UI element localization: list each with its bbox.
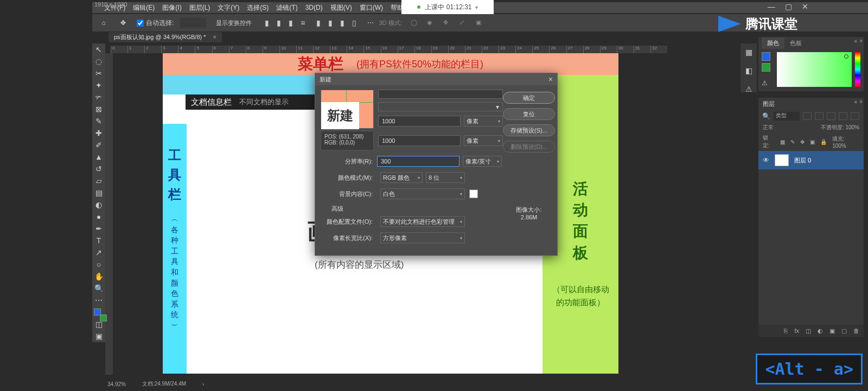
hue-slider[interactable] bbox=[855, 52, 860, 87]
3d-pan-icon[interactable]: ✥ bbox=[443, 19, 451, 27]
doc-size-info[interactable]: 文档:24.9M/24.4M bbox=[142, 380, 186, 388]
healing-tool[interactable]: ✚ bbox=[93, 127, 105, 139]
type-tool[interactable]: T bbox=[93, 235, 105, 247]
path-select-tool[interactable]: ↗ bbox=[93, 247, 105, 258]
lock-trans-icon[interactable]: ▦ bbox=[780, 139, 785, 145]
fx-icon[interactable]: fx bbox=[794, 327, 799, 334]
pen-tool[interactable]: ✒ bbox=[93, 223, 105, 235]
align-right-icon[interactable]: ▮ bbox=[289, 18, 293, 27]
auto-select-input[interactable] bbox=[137, 20, 144, 27]
zoom-level[interactable]: 34.92% bbox=[107, 381, 126, 387]
shape-tool[interactable]: ○ bbox=[93, 258, 105, 270]
dialog-titlebar[interactable]: 新建 × bbox=[315, 73, 557, 85]
ok-button[interactable]: 确定 bbox=[503, 92, 555, 104]
align-left-icon[interactable]: ▮ bbox=[265, 18, 269, 27]
menu-3d[interactable]: 3D(D) bbox=[305, 4, 323, 11]
adjustment-icon[interactable]: ◐ bbox=[818, 327, 823, 335]
panel-close-icon[interactable]: × bbox=[859, 38, 863, 44]
filter-smart-icon[interactable] bbox=[851, 112, 859, 120]
panel-collapse-icon[interactable]: « bbox=[854, 99, 858, 105]
status-chevron-icon[interactable]: › bbox=[202, 381, 204, 387]
frame-tool[interactable]: ⊠ bbox=[93, 103, 105, 115]
menu-layer[interactable]: 图层(L) bbox=[189, 3, 210, 12]
fg-swatch[interactable] bbox=[762, 52, 770, 61]
filter-pixel-icon[interactable] bbox=[803, 112, 812, 120]
history-panel-icon[interactable]: ▦ bbox=[745, 48, 752, 56]
filter-shape-icon[interactable] bbox=[839, 112, 847, 120]
profile-select[interactable]: 不要对此文档进行色彩管理▾ bbox=[380, 216, 465, 227]
height-input[interactable] bbox=[378, 135, 461, 146]
hand-tool[interactable]: ✋ bbox=[93, 270, 105, 282]
auto-select-mode-select[interactable] bbox=[180, 18, 206, 28]
align-hcenter-icon[interactable]: ▮ bbox=[277, 18, 281, 27]
panel-close-icon[interactable]: × bbox=[859, 99, 863, 105]
menu-view[interactable]: 视图(V) bbox=[330, 3, 352, 12]
lock-image-icon[interactable]: ✎ bbox=[790, 139, 795, 145]
minimize-icon[interactable]: — bbox=[768, 2, 775, 11]
warn-panel-icon[interactable]: ⚠ bbox=[745, 85, 752, 93]
resolution-input[interactable] bbox=[377, 156, 459, 167]
properties-panel-icon[interactable]: ◧ bbox=[745, 66, 752, 75]
3d-roll-icon[interactable]: ◉ bbox=[427, 19, 435, 27]
align-justify-icon[interactable]: ≡ bbox=[301, 18, 305, 27]
delete-layer-icon[interactable]: 🗑 bbox=[853, 327, 859, 334]
aspect-select[interactable]: 方形像素▾ bbox=[380, 232, 465, 243]
filter-type-icon[interactable] bbox=[827, 112, 835, 120]
class-status-tab[interactable]: 上课中 01:12:31 ▾ bbox=[401, 0, 494, 14]
lock-all-icon[interactable]: 🔒 bbox=[820, 139, 827, 145]
3d-slide-icon[interactable]: ⤢ bbox=[459, 19, 467, 27]
3d-orbit-icon[interactable]: ◯ bbox=[411, 19, 418, 27]
panel-collapse-icon[interactable]: « bbox=[854, 38, 858, 44]
3d-camera-icon[interactable]: ▣ bbox=[476, 19, 483, 27]
move-tool[interactable]: ↖ bbox=[93, 43, 105, 55]
bg-swatch[interactable] bbox=[762, 63, 770, 72]
document-tab[interactable]: ps面板认知.jpg @ 34.9%(RGB/8) * × bbox=[108, 32, 222, 42]
screenmode-tool[interactable]: ▣ bbox=[93, 330, 105, 342]
auto-select-checkbox[interactable]: 自动选择: bbox=[137, 18, 174, 28]
preset-select[interactable]: ▾ bbox=[378, 102, 503, 111]
blur-tool[interactable]: ◐ bbox=[93, 199, 105, 211]
color-swatch[interactable] bbox=[94, 308, 104, 318]
menu-type[interactable]: 文字(Y) bbox=[218, 3, 239, 12]
search-icon[interactable]: 🔍 bbox=[762, 112, 770, 121]
marquee-tool[interactable]: ◌ bbox=[93, 55, 105, 67]
menu-window[interactable]: 窗口(W) bbox=[360, 3, 383, 12]
bit-depth-select[interactable]: 8 位▾ bbox=[426, 172, 465, 183]
swatches-tab[interactable]: 色板 bbox=[784, 37, 807, 49]
blend-mode-select[interactable]: 正常 bbox=[763, 124, 774, 131]
align-bottom-icon[interactable]: ▮ bbox=[340, 18, 344, 27]
dialog-close-icon[interactable]: × bbox=[548, 75, 553, 84]
history-brush-tool[interactable]: ↺ bbox=[93, 163, 105, 175]
link-layers-icon[interactable]: ⎘ bbox=[784, 327, 788, 334]
filter-adjust-icon[interactable] bbox=[815, 112, 824, 120]
visibility-icon[interactable]: 👁 bbox=[763, 156, 769, 164]
group-icon[interactable]: ▣ bbox=[829, 327, 835, 335]
brush-tool[interactable]: ✐ bbox=[93, 139, 105, 151]
home-icon[interactable]: ⌂ bbox=[98, 17, 110, 29]
dodge-tool[interactable]: ● bbox=[93, 211, 105, 223]
bg-content-select[interactable]: 白色▾ bbox=[380, 188, 465, 199]
show-transform-label[interactable]: 显示变换控件 bbox=[216, 19, 252, 27]
new-layer-icon[interactable]: ▢ bbox=[841, 327, 847, 335]
layer-thumbnail[interactable] bbox=[775, 154, 789, 166]
menu-image[interactable]: 图像(I) bbox=[162, 3, 181, 12]
mask-icon[interactable]: ◫ bbox=[806, 327, 811, 335]
move-tool-icon[interactable]: ✥ bbox=[117, 17, 129, 29]
eraser-tool[interactable]: ▱ bbox=[93, 175, 105, 187]
edit-toolbar[interactable]: ⋯ bbox=[93, 294, 105, 306]
width-unit-select[interactable]: 像素▾ bbox=[464, 116, 503, 127]
doc-name-input[interactable] bbox=[378, 90, 503, 99]
lasso-tool[interactable]: ✂ bbox=[93, 67, 105, 79]
menu-select[interactable]: 选择(S) bbox=[247, 3, 269, 12]
color-tab[interactable]: 颜色 bbox=[762, 37, 784, 49]
bg-color-swatch[interactable] bbox=[469, 190, 478, 198]
align-vcenter-icon[interactable]: ▮ bbox=[328, 18, 333, 27]
zoom-tool[interactable]: 🔍 bbox=[93, 282, 105, 294]
crop-tool[interactable]: ✃ bbox=[93, 91, 105, 103]
stamp-tool[interactable]: ▲ bbox=[93, 151, 105, 163]
maximize-icon[interactable]: ▢ bbox=[785, 2, 792, 11]
foreground-color[interactable] bbox=[94, 308, 101, 316]
color-field[interactable] bbox=[777, 52, 852, 87]
save-preset-button[interactable]: 存储预设(S)... bbox=[503, 124, 555, 136]
fill-value[interactable]: 100% bbox=[832, 143, 846, 149]
